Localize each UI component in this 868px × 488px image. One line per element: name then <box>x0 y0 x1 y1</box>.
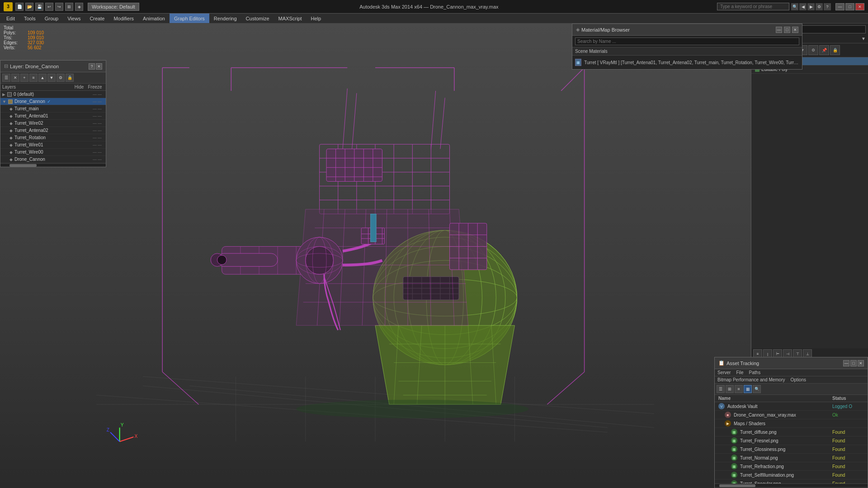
undo-button[interactable]: ↩ <box>45 3 53 11</box>
maximize-button[interactable]: □ <box>845 3 854 10</box>
menu-tools[interactable]: Tools <box>19 14 40 23</box>
menu-help[interactable]: Help <box>307 14 326 23</box>
svg-line-60 <box>352 93 357 149</box>
save-button[interactable]: 💾 <box>35 3 43 11</box>
asset-close-button[interactable]: ✕ <box>858 360 864 366</box>
layer-tool-6[interactable]: ▼ <box>47 74 56 82</box>
asset-scrollbar[interactable] <box>715 483 868 487</box>
layer-name-rotation: Turret_Rotation <box>14 135 46 140</box>
menu-create[interactable]: Create <box>85 14 109 23</box>
layer-tool-3[interactable]: + <box>20 74 28 82</box>
layer-item-turret-antena01[interactable]: ◆ Turret_Antena01 —— <box>0 113 106 120</box>
search-icon[interactable]: 🔍 <box>791 3 798 10</box>
asset-panel-buttons: — □ ✕ <box>843 360 864 366</box>
asset-selfillum-icon: ▦ <box>731 472 737 478</box>
layer-dots-2: — — <box>90 99 104 104</box>
menu-graph-editors[interactable]: Graph Editors <box>170 14 209 23</box>
layer-panel-help[interactable]: ? <box>89 63 95 70</box>
layer-panel-close[interactable]: ✕ <box>96 63 102 70</box>
viewport[interactable]: [+] [Perspective] [Shaded + Edged Faces] <box>0 23 750 488</box>
layer-tool-2[interactable]: ✕ <box>11 74 19 82</box>
layer-tool-4[interactable]: ≡ <box>29 74 38 82</box>
menu-edit[interactable]: Edit <box>2 14 19 23</box>
asset-menu-server[interactable]: Server <box>717 370 731 375</box>
layer-item-turret-wire01[interactable]: ◆ Turret_Wire01 —— <box>0 141 106 149</box>
modifier-list-arrow[interactable]: ▼ <box>861 36 866 41</box>
layer-tool-8[interactable]: 🔒 <box>66 74 74 82</box>
svg-line-17 <box>561 68 584 91</box>
mod-icon-6[interactable]: ⚙ <box>808 45 818 55</box>
help-icon[interactable]: ? <box>824 3 831 10</box>
asset-diffuse-status: Found <box>832 430 864 435</box>
asset-item-specular[interactable]: ▦ Turret_Specular.png Found <box>715 479 868 483</box>
asset-scrollbar-thumb[interactable] <box>719 484 755 487</box>
svg-text:X: X <box>134 434 137 439</box>
svg-point-70 <box>217 255 226 265</box>
layer-item-drone-cannon-child[interactable]: ◆ Drone_Cannon —— <box>0 156 106 163</box>
asset-submenu-bitmap[interactable]: Bitmap Performance and Memory <box>717 377 785 382</box>
menu-rendering[interactable]: Rendering <box>209 14 241 23</box>
open-button[interactable]: 📂 <box>25 3 33 11</box>
asset-item-diffuse[interactable]: ▦ Turret_diffuse.png Found <box>715 428 868 436</box>
asset-icon-5[interactable]: 🔍 <box>753 385 761 393</box>
asset-item-maps[interactable]: ▶ Maps / Shaders <box>715 419 868 428</box>
layer-item[interactable]: ▶ 0 (default) — — <box>0 91 106 98</box>
mat-browser-minimize[interactable]: — <box>776 27 782 33</box>
menu-customize[interactable]: Customize <box>241 14 274 23</box>
search-input[interactable] <box>717 3 789 10</box>
layer-item-turret-wire00[interactable]: ◆ Turret_Wire00 —— <box>0 149 106 156</box>
asset-minimize-button[interactable]: — <box>843 360 849 366</box>
mat-scene-icon: ▦ <box>575 59 581 66</box>
menu-animation[interactable]: Animation <box>138 14 170 23</box>
asset-item-refraction[interactable]: ▦ Turret_Refraction.png Found <box>715 462 868 471</box>
mat-scene-content: ▦ Turret [ VRayMtl ] [Turret_Antena01, T… <box>572 56 802 69</box>
layer-item-turret-rotation[interactable]: ◆ Turret_Rotation —— <box>0 134 106 141</box>
layer-tool-7[interactable]: ⚙ <box>57 74 65 82</box>
redo-button[interactable]: ↪ <box>55 3 63 11</box>
layer-list: ▶ 0 (default) — — ▼ Drone_Cannon ✓ — — <box>0 91 106 163</box>
mat-search-input[interactable] <box>575 38 799 45</box>
asset-item-fresnel[interactable]: ▦ Turret_Fresnel.png Found <box>715 436 868 445</box>
menu-views[interactable]: Views <box>63 14 85 23</box>
mat-browser-maximize[interactable]: □ <box>784 27 790 33</box>
layer-item-turret-wire02[interactable]: ◆ Turret_Wire02 —— <box>0 120 106 127</box>
mod-icon-8[interactable]: 🔒 <box>830 45 840 55</box>
mat-browser-close[interactable]: ✕ <box>792 27 798 33</box>
layer-item-drone-cannon[interactable]: ▼ Drone_Cannon ✓ — — <box>0 98 106 105</box>
asset-panel-title: Asset Tracking <box>726 361 843 366</box>
tb1[interactable]: ⊞ <box>65 3 73 11</box>
layer-item-turret-antena02[interactable]: ◆ Turret_Antena02 —— <box>0 127 106 134</box>
asset-item-normal[interactable]: ▦ Turret_Normal.png Found <box>715 454 868 462</box>
layer-scrollbar[interactable] <box>0 163 106 167</box>
asset-icon-3[interactable]: ≡ <box>735 385 743 393</box>
layer-tool-5[interactable]: ▲ <box>38 74 47 82</box>
layer-scrollbar-thumb[interactable] <box>9 164 37 167</box>
col-freeze-label: Freeze <box>86 84 104 89</box>
asset-item-glossiness[interactable]: ▦ Turret_Glossiness.png Found <box>715 445 868 454</box>
minimize-button[interactable]: — <box>835 3 844 10</box>
asset-icon-4[interactable]: ▦ <box>744 385 752 393</box>
layer-tool-1[interactable]: ☰ <box>2 74 10 82</box>
asset-item-vault[interactable]: V Autodesk Vault Logged O <box>715 402 868 411</box>
workspace-button[interactable]: Workspace: Default <box>88 3 139 11</box>
asset-item-selfillum[interactable]: ▦ Turret_SelfIllumination.png Found <box>715 471 868 479</box>
layer-item-turret-main[interactable]: ◆ Turret_main —— <box>0 105 106 113</box>
asset-menu-file[interactable]: File <box>736 370 743 375</box>
mat-scene-label: Scene Materials <box>572 47 802 56</box>
search-prev[interactable]: ◀ <box>799 3 807 10</box>
menu-maxscript[interactable]: MAXScript <box>274 14 307 23</box>
search-next[interactable]: ▶ <box>807 3 815 10</box>
new-button[interactable]: 📄 <box>15 3 24 11</box>
search-settings[interactable]: ⚙ <box>816 3 823 10</box>
asset-icon-1[interactable]: ☰ <box>717 385 725 393</box>
tb2[interactable]: ◈ <box>75 3 83 11</box>
asset-item-maxfile[interactable]: ■ Drone_Cannon_max_vray.max Ok <box>715 411 868 419</box>
menu-modifiers[interactable]: Modifiers <box>109 14 138 23</box>
asset-menu-paths[interactable]: Paths <box>749 370 761 375</box>
asset-maximize-button[interactable]: □ <box>850 360 857 366</box>
close-button[interactable]: ✕ <box>855 3 864 10</box>
menu-group[interactable]: Group <box>40 14 63 23</box>
mod-icon-7[interactable]: 📌 <box>819 45 829 55</box>
asset-submenu-options[interactable]: Options <box>791 377 806 382</box>
asset-icon-2[interactable]: ⊞ <box>726 385 734 393</box>
